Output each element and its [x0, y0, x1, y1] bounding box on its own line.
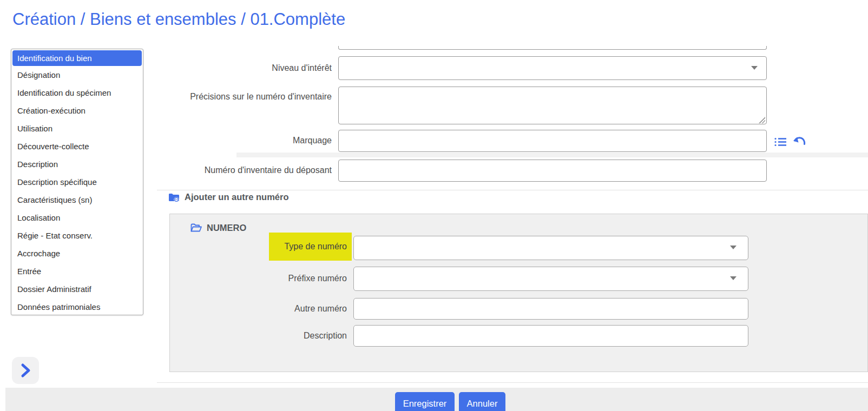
sidebar-item-description-specifique[interactable]: Description spécifique: [11, 173, 143, 191]
row-background-band: [236, 153, 868, 157]
prefixe-numero-select[interactable]: [353, 267, 748, 291]
precisions-numero-label: Précisions sur le numéro d'inventaire: [159, 92, 332, 102]
cutoff-field-bottom-edge[interactable]: [338, 46, 767, 50]
type-numero-select[interactable]: [353, 236, 748, 260]
sidebar-item-identification-du-specimen[interactable]: Identification du spécimen: [11, 84, 143, 102]
marquage-actions: [774, 135, 807, 148]
sidebar-item-localisation[interactable]: Localisation: [11, 209, 143, 227]
description-label: Description: [260, 331, 347, 341]
section-bottom-divider: [157, 382, 868, 383]
autre-numero-label: Autre numéro: [260, 304, 347, 314]
ajouter-autre-numero-title: Ajouter un autre numéro: [185, 192, 289, 202]
type-numero-label-highlight: Type de numéro: [269, 233, 352, 261]
autre-numero-input[interactable]: [353, 298, 748, 320]
niveau-interet-select[interactable]: [338, 56, 767, 80]
sidebar-expand-button[interactable]: [12, 357, 39, 384]
sidebar-item-decouverte-collecte[interactable]: Découverte-collecte: [11, 137, 143, 155]
sidebar-item-designation[interactable]: Désignation: [11, 66, 143, 84]
ajouter-autre-numero-header: Ajouter un autre numéro: [168, 192, 289, 202]
open-folder-icon: [190, 223, 202, 233]
sidebar-item-caracteristiques[interactable]: Caractéristiques (sn): [11, 191, 143, 209]
numero-group-title: NUMERO: [207, 223, 246, 233]
marquage-label: Marquage: [159, 136, 332, 145]
sidebar-item-dossier-administratif[interactable]: Dossier Administratif: [11, 280, 143, 298]
sidebar-item-regie-etat-conserv[interactable]: Régie - Etat conserv.: [11, 227, 143, 244]
section-top-divider: [157, 190, 868, 190]
marquage-input[interactable]: [338, 130, 767, 152]
cancel-button[interactable]: Annuler: [459, 392, 505, 411]
sidebar-item-donnees-patrimoniales[interactable]: Données patrimoniales: [11, 298, 143, 315]
numero-deposant-label: Numéro d'inventaire du déposant: [159, 165, 332, 175]
section-nav-list: Identification du bien Désignation Ident…: [11, 49, 143, 315]
sidebar-item-accrochage[interactable]: Accrochage: [11, 244, 143, 262]
list-icon[interactable]: [774, 136, 787, 148]
niveau-interet-label: Niveau d'intérêt: [159, 63, 332, 73]
sidebar-item-creation-execution[interactable]: Création-exécution: [11, 102, 143, 120]
sidebar-item-entree[interactable]: Entrée: [11, 262, 143, 280]
sidebar-item-identification-du-bien[interactable]: Identification du bien: [12, 50, 142, 66]
numero-deposant-input[interactable]: [338, 160, 767, 182]
description-input[interactable]: [353, 325, 748, 347]
folder-add-icon: [168, 193, 180, 202]
save-button[interactable]: Enregistrer: [395, 392, 455, 411]
numero-group-header: NUMERO: [190, 223, 246, 233]
page: Création / Biens et ensembles / 01.Compl…: [0, 0, 868, 411]
undo-icon[interactable]: [793, 135, 807, 148]
page-title: Création / Biens et ensembles / 01.Compl…: [12, 10, 345, 29]
sidebar-item-utilisation[interactable]: Utilisation: [11, 120, 143, 137]
sidebar-item-description[interactable]: Description: [11, 155, 143, 173]
chevron-right-icon: [18, 362, 33, 379]
prefixe-numero-label: Préfixe numéro: [260, 274, 347, 283]
precisions-numero-textarea[interactable]: [338, 87, 767, 124]
